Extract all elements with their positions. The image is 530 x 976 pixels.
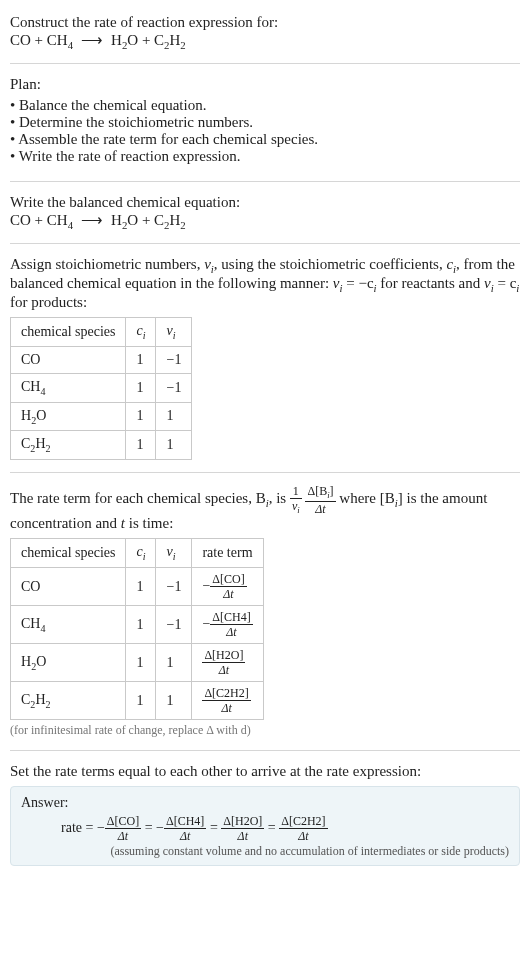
text: CH (21, 616, 40, 631)
cell-species: H2O (11, 402, 126, 431)
text: H (21, 654, 31, 669)
frac-den: Δt (305, 502, 335, 515)
cell-nui: −1 (156, 606, 192, 644)
balanced-equation: CO + CH4 ⟶ H2O + C2H2 (10, 211, 520, 231)
cell-nui: 1 (156, 431, 192, 460)
frac-num: Δ[CH4] (164, 815, 206, 829)
cell-nui: −1 (156, 346, 192, 373)
final-heading: Set the rate terms equal to each other t… (10, 763, 520, 780)
cell-species: CH4 (11, 606, 126, 644)
text: , using the stoichiometric coefficients, (214, 256, 447, 272)
text: H (21, 408, 31, 423)
sign: − (97, 820, 105, 835)
divider (10, 472, 520, 473)
fraction: Δ[H2O]Δt (221, 815, 264, 842)
fraction: Δ[C2H2]Δt (202, 687, 250, 714)
text: The rate term for each chemical species,… (10, 491, 266, 507)
final-section: Set the rate terms equal to each other t… (10, 757, 520, 872)
sub-i: i (143, 330, 146, 341)
eq-sign: = (268, 820, 279, 835)
table-row: H2O 1 1 Δ[H2O]Δt (11, 644, 264, 682)
fraction: Δ[CH4]Δt (164, 815, 206, 842)
rateterm-section: The rate term for each chemical species,… (10, 479, 520, 744)
answer-label: Answer: (21, 795, 509, 811)
rateterm-caption: (for infinitesimal rate of change, repla… (10, 723, 520, 738)
table-row: C2H2 1 1 Δ[C2H2]Δt (11, 682, 264, 720)
frac-den: Δt (279, 829, 327, 842)
eq-sub: 4 (68, 219, 73, 231)
table-row: H2O 1 1 (11, 402, 192, 431)
frac-den: Δt (202, 663, 245, 676)
sub-i: i (173, 330, 176, 341)
table-header-row: chemical species ci νi rate term (11, 539, 264, 568)
cell-species: C2H2 (11, 431, 126, 460)
frac-den: Δt (105, 829, 141, 842)
table-row: C2H2 1 1 (11, 431, 192, 460)
col-species: chemical species (11, 318, 126, 347)
arrow-icon: ⟶ (81, 212, 104, 228)
cell-ci: 1 (126, 402, 156, 431)
frac-num: Δ[Bi] (305, 485, 335, 502)
prompt-section: Construct the rate of reaction expressio… (10, 8, 520, 57)
rate-expression: rate = −Δ[CO]Δt = −Δ[CH4]Δt = Δ[H2O]Δt =… (61, 815, 509, 842)
frac-num: Δ[C2H2] (279, 815, 327, 829)
table-header-row: chemical species ci νi (11, 318, 192, 347)
answer-note: (assuming constant volume and no accumul… (21, 844, 509, 859)
sub: 2 (46, 443, 51, 454)
col-ci: ci (126, 539, 156, 568)
text: is time: (125, 515, 173, 531)
cell-ci: 1 (126, 606, 156, 644)
cell-ci: 1 (126, 431, 156, 460)
frac-num: Δ[CH4] (210, 611, 252, 625)
cell-nui: −1 (156, 373, 192, 402)
plan-item: Write the rate of reaction expression. (10, 148, 520, 165)
fraction: Δ[CO]Δt (210, 573, 246, 600)
plan-list: Balance the chemical equation. Determine… (10, 97, 520, 165)
table-row: CH4 1 −1 (11, 373, 192, 402)
eq-rhs: H (111, 32, 122, 48)
text: O (36, 654, 46, 669)
col-ci: ci (126, 318, 156, 347)
text: O (36, 408, 46, 423)
eq-sign: = (145, 820, 156, 835)
cell-species: CO (11, 346, 126, 373)
stoich-section: Assign stoichiometric numbers, νi, using… (10, 250, 520, 466)
eq-rhs: H (170, 212, 181, 228)
cell-species: C2H2 (11, 682, 126, 720)
sub: 4 (40, 622, 45, 633)
sub-i: i (297, 506, 299, 516)
divider (10, 63, 520, 64)
divider (10, 181, 520, 182)
cell-ci: 1 (126, 568, 156, 606)
plan-heading: Plan: (10, 76, 520, 93)
text: CH (21, 379, 40, 394)
eq-sub: 2 (180, 39, 185, 51)
sub: 4 (40, 386, 45, 397)
eq-rhs: H (170, 32, 181, 48)
frac-num: Δ[H2O] (221, 815, 264, 829)
table-row: CO 1 −1 (11, 346, 192, 373)
nu-symbol: ν (484, 275, 491, 291)
cell-ci: 1 (126, 644, 156, 682)
eq-rhs: O + C (127, 212, 164, 228)
frac-num: Δ[C2H2] (202, 687, 250, 701)
cell-nui: 1 (156, 644, 192, 682)
text: = c (494, 275, 517, 291)
cell-nui: 1 (156, 402, 192, 431)
text: H (35, 436, 45, 451)
text: for products: (10, 294, 87, 310)
eq-sub: 2 (180, 219, 185, 231)
table-row: CO 1 −1 −Δ[CO]Δt (11, 568, 264, 606)
cell-species: CO (11, 568, 126, 606)
frac-num: Δ[CO] (105, 815, 141, 829)
plan-item: Balance the chemical equation. (10, 97, 520, 114)
text: C (21, 436, 30, 451)
cell-rate: Δ[H2O]Δt (192, 644, 263, 682)
stoich-text: Assign stoichiometric numbers, νi, using… (10, 256, 520, 311)
frac-num: 1 (290, 485, 302, 499)
sub-i: i (516, 282, 519, 294)
plan-section: Plan: Balance the chemical equation. Det… (10, 70, 520, 175)
cell-ci: 1 (126, 346, 156, 373)
fraction: 1νi (290, 485, 302, 515)
frac-num: Δ[H2O] (202, 649, 245, 663)
